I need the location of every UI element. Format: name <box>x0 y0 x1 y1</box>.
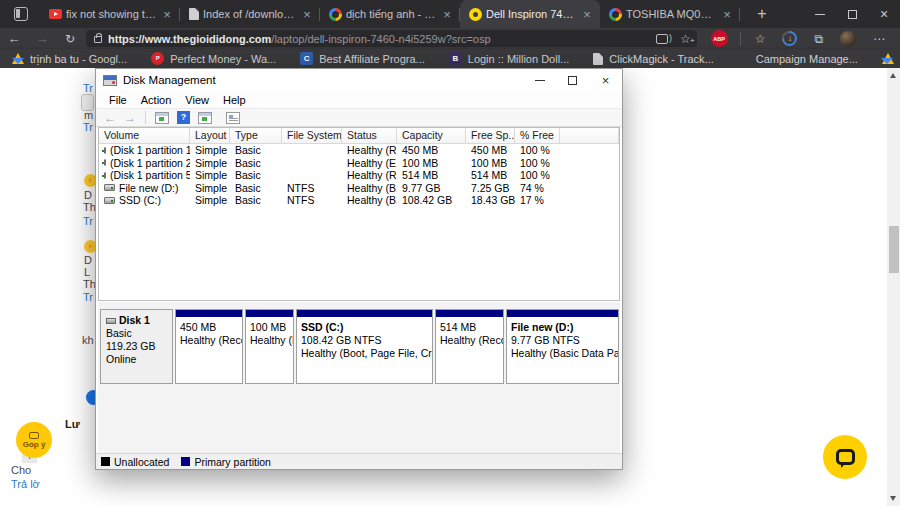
volume-free: 18.43 GB <box>466 194 515 206</box>
primary-partition-swatch-icon <box>181 457 190 466</box>
close-icon[interactable]: × <box>720 8 734 21</box>
page-scrollbar[interactable] <box>887 68 900 506</box>
bookmark-item[interactable]: Best Affiliate Progra... <box>300 52 425 65</box>
bookmark-item[interactable]: trịnh ba tu - Googl... <box>12 53 127 65</box>
menu-file[interactable]: File <box>102 94 134 106</box>
back-arrow-icon[interactable] <box>102 111 118 125</box>
volume-row[interactable]: (Disk 1 partition 5) Simple Basic Health… <box>99 169 619 182</box>
menu-help[interactable]: Help <box>216 94 253 106</box>
volume-row[interactable]: (Disk 1 partition 1) Simple Basic Health… <box>99 144 619 157</box>
settings-menu-icon[interactable] <box>873 32 886 46</box>
volume-pct-free: 100 % <box>515 169 560 181</box>
menu-action[interactable]: Action <box>134 94 179 106</box>
scroll-up-icon[interactable] <box>890 73 896 78</box>
help-icon[interactable] <box>177 111 190 124</box>
partition-status: Healthy (Boot, Page File, Crash Du <box>301 347 432 360</box>
feedback-button[interactable]: Góp ý <box>16 422 52 458</box>
profile-avatar[interactable] <box>840 31 856 47</box>
close-icon[interactable]: × <box>580 8 594 21</box>
bookmark-item[interactable]: Perfect Money - Wa... <box>151 52 276 65</box>
drive-icon <box>882 53 894 64</box>
minimize-button[interactable] <box>804 0 836 28</box>
volume-name: (Disk 1 partition 1) <box>110 144 190 156</box>
close-button[interactable] <box>868 0 900 28</box>
tab-actions-icon[interactable] <box>14 7 28 21</box>
close-icon[interactable]: × <box>440 8 454 21</box>
tab-title: fix not showing the hhd d <box>66 8 156 20</box>
forward-icon[interactable] <box>28 31 56 46</box>
disk-management-icon <box>103 75 117 86</box>
volume-layout: Simple <box>190 169 230 181</box>
volume-fs: NTFS <box>282 194 342 206</box>
bookmark-item[interactable]: ClickMagick - Track... <box>593 53 714 65</box>
close-icon[interactable]: × <box>300 8 314 21</box>
disk-size: 119.23 GB <box>106 340 172 353</box>
page-fragment: Cho <box>11 464 31 476</box>
bookmark-item[interactable]: Login :: Million Doll... <box>449 52 570 65</box>
bookmark-item[interactable]: Ebook tiếng Anh ch... <box>882 53 900 65</box>
bookmark-item[interactable]: Campaign Manage... <box>738 53 858 65</box>
tab-title: Index of /downloads <box>203 8 296 20</box>
reload-icon[interactable] <box>56 31 84 46</box>
volume-list-header: Volume Layout Type File System Status Ca… <box>99 128 619 144</box>
close-icon[interactable]: × <box>160 8 174 21</box>
tab-google-translate[interactable]: dịch tiếng anh - Google S × <box>320 0 460 28</box>
partition-status: Healthy (Recover <box>440 334 503 347</box>
volume-row[interactable]: File new (D:) Simple Basic NTFS Healthy … <box>99 182 619 195</box>
tab-youtube[interactable]: fix not showing the hhd d × <box>40 0 180 28</box>
column-header[interactable]: Type <box>230 128 282 143</box>
volume-name: File new (D:) <box>119 182 179 194</box>
scrollbar-thumb[interactable] <box>889 226 899 273</box>
adblock-extension-icon[interactable]: ABP <box>711 30 728 47</box>
favorite-gear-icon[interactable] <box>680 33 691 45</box>
page-fragment: Tr <box>83 121 93 133</box>
collections-icon[interactable] <box>814 32 823 46</box>
console-window-icon[interactable] <box>155 112 169 124</box>
volume-list: Volume Layout Type File System Status Ca… <box>98 127 620 301</box>
address-bar[interactable]: https://www.thegioididong.com/laptop/del… <box>86 30 697 47</box>
livechat-button[interactable] <box>823 435 867 479</box>
back-icon[interactable] <box>0 31 28 46</box>
new-tab-button[interactable] <box>750 5 774 23</box>
google-icon <box>329 8 342 21</box>
partition-efi[interactable]: 100 MB Healthy (EF <box>245 309 294 384</box>
column-header[interactable]: Volume <box>99 128 190 143</box>
favorites-star-icon[interactable] <box>755 33 766 45</box>
partition-size: 100 MB <box>250 321 293 334</box>
tab-toshiba[interactable]: TOSHIBA MQ01ABF050 - × <box>600 0 740 28</box>
volume-layout: Simple <box>190 157 230 169</box>
column-header[interactable]: File System <box>282 128 342 143</box>
download-progress-icon[interactable] <box>782 31 797 46</box>
column-header[interactable]: Free Sp... <box>466 128 515 143</box>
partition-recovery-2[interactable]: 514 MB Healthy (Recover <box>435 309 504 384</box>
read-aloud-icon[interactable] <box>656 34 668 44</box>
disk-header-panel[interactable]: Disk 1 Basic 119.23 GB Online <box>100 309 173 384</box>
column-header[interactable]: Capacity <box>397 128 466 143</box>
maximize-button[interactable] <box>836 0 868 28</box>
window-maximize-button[interactable] <box>556 69 589 91</box>
volume-row[interactable]: (Disk 1 partition 2) Simple Basic Health… <box>99 157 619 170</box>
volume-row[interactable]: SSD (C:) Simple Basic NTFS Healthy (B...… <box>99 194 619 207</box>
tab-dell-inspiron-active[interactable]: Dell Inspiron 7460 chính h × <box>460 0 600 28</box>
column-header[interactable]: Layout <box>190 128 230 143</box>
column-header[interactable]: Status <box>342 128 397 143</box>
scroll-down-icon[interactable] <box>890 496 896 501</box>
volume-type: Basic <box>230 182 282 194</box>
page-fragment: Th <box>83 201 96 213</box>
window-close-button[interactable] <box>589 69 622 91</box>
volume-pct-free: 74 % <box>515 182 560 194</box>
window-title-bar[interactable]: Disk Management <box>96 69 622 91</box>
partition-recovery-1[interactable]: 450 MB Healthy (Recove <box>175 309 243 384</box>
console-play-icon[interactable] <box>198 112 212 124</box>
bookmark-label: Login :: Million Doll... <box>468 53 570 65</box>
column-header[interactable]: % Free <box>515 128 560 143</box>
reply-link[interactable]: Trả lờ <box>11 478 40 490</box>
window-minimize-button[interactable] <box>523 69 556 91</box>
forward-arrow-icon[interactable] <box>122 111 138 125</box>
partition-ssd-c[interactable]: SSD (C:) 108.42 GB NTFS Healthy (Boot, P… <box>296 309 433 384</box>
tab-downloads[interactable]: Index of /downloads × <box>180 0 320 28</box>
volume-layout: Simple <box>190 182 230 194</box>
menu-view[interactable]: View <box>178 94 216 106</box>
partition-file-new-d[interactable]: File new (D:) 9.77 GB NTFS Healthy (Basi… <box>506 309 619 384</box>
properties-icon[interactable] <box>226 112 240 124</box>
